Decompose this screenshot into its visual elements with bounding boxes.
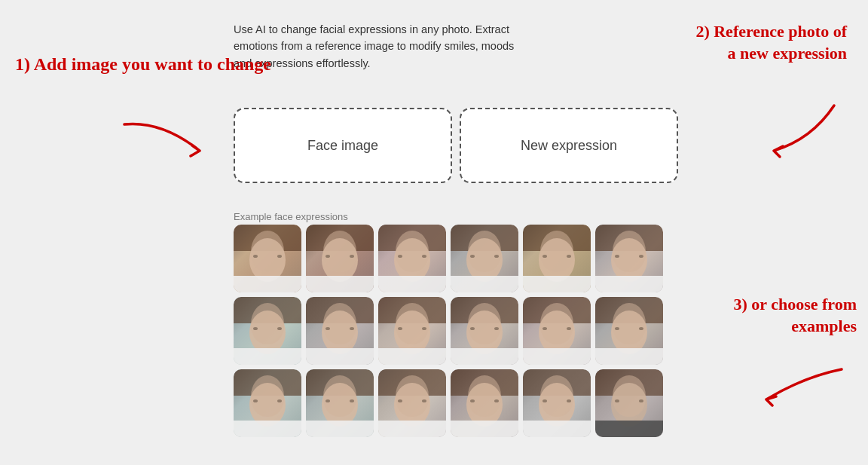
annotation-step3: 3) or choose from examples	[691, 294, 857, 337]
arrow-2	[751, 98, 842, 176]
face-expression-6[interactable]	[595, 225, 663, 292]
face-expression-15[interactable]	[378, 369, 446, 437]
face-expression-5[interactable]	[523, 225, 591, 292]
image-grid	[234, 225, 663, 437]
face-expression-13[interactable]	[234, 369, 301, 437]
face-expression-12[interactable]	[595, 297, 663, 365]
upload-boxes-container: Face image New expression	[234, 108, 678, 183]
face-expression-9[interactable]	[378, 297, 446, 365]
face-image-upload-box[interactable]: Face image	[234, 108, 452, 183]
face-expression-1[interactable]	[234, 225, 301, 292]
face-expression-17[interactable]	[523, 369, 591, 437]
annotation-step1: 1) Add image you want to change	[15, 53, 271, 76]
face-expression-4[interactable]	[451, 225, 518, 292]
face-expression-3[interactable]	[378, 225, 446, 292]
arrow-3	[751, 362, 849, 414]
face-expression-11[interactable]	[523, 297, 591, 365]
annotation-step2: 2) Reference photo of a new expression	[689, 21, 847, 64]
face-expression-14[interactable]	[306, 369, 374, 437]
new-expression-label: New expression	[521, 138, 617, 154]
description-text: Use AI to change facial expressions in a…	[234, 21, 527, 72]
face-image-label: Face image	[307, 138, 378, 154]
face-expression-10[interactable]	[451, 297, 518, 365]
face-expression-8[interactable]	[306, 297, 374, 365]
face-expression-7[interactable]	[234, 297, 301, 365]
face-expression-16[interactable]	[451, 369, 518, 437]
new-expression-upload-box[interactable]: New expression	[460, 108, 678, 183]
page-container: Use AI to change facial expressions in a…	[0, 0, 868, 465]
example-label: Example face expressions	[234, 211, 348, 222]
face-expression-2[interactable]	[306, 225, 374, 292]
arrow-1	[117, 117, 234, 169]
face-expression-18[interactable]	[595, 369, 663, 437]
